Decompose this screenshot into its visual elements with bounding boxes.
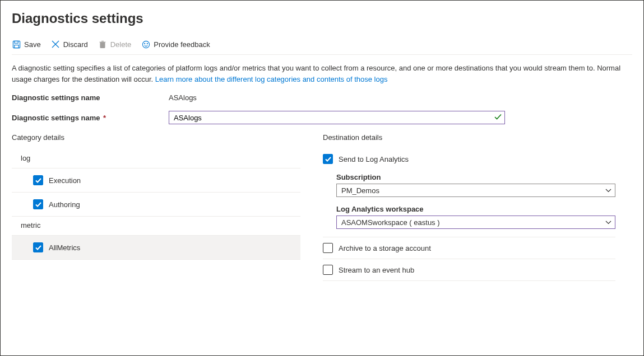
close-icon [51,40,60,49]
required-asterisk: * [101,114,106,122]
checkbox-execution[interactable] [33,175,43,185]
destination-details-heading: Destination details [323,133,615,142]
svg-rect-5 [100,42,105,48]
workspace-value: ASAOMSworkspace ( eastus ) [341,218,440,227]
log-execution-label: Execution [49,176,81,185]
checkbox-allmetrics[interactable] [33,242,43,252]
log-execution-row[interactable]: Execution [12,168,300,193]
category-details-heading: Category details [12,133,300,142]
save-icon [12,40,21,49]
metric-group-label: metric [12,217,300,236]
subscription-select[interactable]: PM_Demos [336,184,615,197]
checkbox-stream-eventhub[interactable] [323,265,333,275]
settings-name-input-label: Diagnostic settings name * [12,114,169,122]
description-text: A diagnostic setting specifies a list of… [12,63,628,85]
checkbox-send-log-analytics[interactable] [323,154,333,164]
send-log-analytics-row[interactable]: Send to Log Analytics [323,149,615,170]
settings-name-input[interactable] [169,111,505,124]
settings-name-static-label: Diagnostic settings name [12,93,169,102]
feedback-button[interactable]: Provide feedback [141,40,210,49]
subscription-label: Subscription [336,173,615,181]
svg-rect-2 [14,45,18,48]
toolbar: Save Discard Delete Provide feedback [12,40,632,55]
chevron-down-icon [605,221,611,224]
log-analytics-subform: Subscription PM_Demos Log Analytics work… [323,170,615,237]
settings-name-static-value: ASAlogs [169,93,197,102]
feedback-label: Provide feedback [154,40,210,49]
check-icon [494,114,502,122]
log-authoring-row[interactable]: Authoring [12,193,300,217]
checkbox-archive-storage[interactable] [323,243,333,253]
metric-allmetrics-row[interactable]: AllMetrics [12,236,300,260]
svg-point-10 [142,41,149,48]
send-log-analytics-label: Send to Log Analytics [339,155,409,163]
page-title: Diagnostics settings [12,11,632,26]
svg-point-12 [147,43,147,44]
feedback-icon [141,40,150,49]
subscription-value: PM_Demos [341,186,379,195]
save-label: Save [24,40,41,49]
checkbox-authoring[interactable] [33,199,43,209]
svg-point-11 [144,43,145,44]
workspace-label: Log Analytics workspace [336,205,615,213]
stream-eventhub-row[interactable]: Stream to an event hub [323,259,615,281]
discard-label: Discard [63,40,88,49]
delete-label: Delete [110,40,132,49]
save-button[interactable]: Save [12,40,41,49]
discard-button[interactable]: Discard [51,40,88,49]
archive-storage-label: Archive to a storage account [339,244,431,252]
chevron-down-icon [605,189,611,193]
svg-rect-1 [14,41,18,43]
log-group-label: log [12,149,300,168]
delete-button: Delete [98,40,132,49]
metric-allmetrics-label: AllMetrics [49,243,80,252]
workspace-select[interactable]: ASAOMSworkspace ( eastus ) [336,216,615,229]
stream-eventhub-label: Stream to an event hub [339,266,414,274]
log-authoring-label: Authoring [49,200,80,209]
archive-storage-row[interactable]: Archive to a storage account [323,237,615,259]
learn-more-link[interactable]: Learn more about the different log categ… [155,75,388,83]
trash-icon [98,40,107,49]
